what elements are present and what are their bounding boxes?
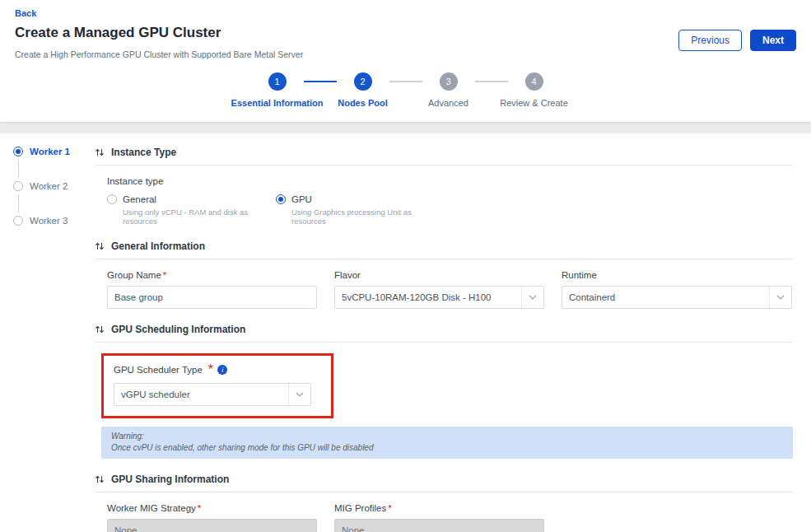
gpu-scheduler-selected-value: vGPU scheduler: [121, 390, 190, 399]
instance-type-field-label: Instance type: [107, 176, 793, 186]
section-gpu-sharing: GPU Sharing Information Worker MIG Strat…: [95, 474, 793, 532]
section-header: GPU Sharing Information: [95, 474, 793, 492]
worker-mig-strategy-input-disabled: None: [107, 519, 317, 532]
step-label: Review & Create: [500, 98, 568, 108]
required-marker: *: [208, 362, 213, 377]
warning-text: Once cvPU is enabled, other sharing mode…: [111, 443, 783, 452]
main-form: Instance Type Instance type General Usin…: [95, 147, 793, 532]
radio-selected-icon: [13, 147, 23, 156]
radio-unselected-icon: [107, 194, 117, 204]
step-number-badge: 4: [525, 72, 543, 91]
option-label: GPU: [291, 194, 312, 204]
section-header: Instance Type: [95, 147, 793, 166]
chevron-down-icon: [521, 287, 543, 308]
runtime-selected-value: Containerd: [569, 292, 615, 302]
section-title: General Information: [111, 240, 205, 252]
instance-type-options: General Using only vCPU - RAM and disk a…: [107, 194, 793, 226]
warning-title: Warning:: [111, 432, 783, 441]
required-marker: *: [198, 503, 201, 513]
group-name-label: Group Name*: [107, 270, 317, 280]
section-gpu-scheduling: GPU Scheduling Information GPU Scheduler…: [95, 324, 793, 459]
info-icon[interactable]: [217, 365, 227, 375]
flavor-label: Flavor: [334, 270, 544, 280]
page: Back Create a Managed GPU Cluster Create…: [0, 0, 811, 532]
required-marker: *: [388, 503, 391, 513]
next-button[interactable]: Next: [750, 30, 796, 51]
section-header: General Information: [95, 240, 793, 259]
option-gpu: GPU Using Graphics processing Unit as re…: [276, 194, 445, 226]
warning-banner: Warning: Once cvPU is enabled, other sha…: [101, 427, 793, 459]
gpu-scheduler-type-label: GPU Scheduler Type: [114, 365, 203, 375]
worker-mig-strategy-field: Worker MIG Strategy* None: [107, 503, 317, 532]
step-number-badge: 2: [354, 72, 372, 91]
header: Back Create a Managed GPU Cluster Create…: [0, 0, 811, 122]
group-name-field: Group Name*: [107, 270, 317, 309]
stepper: 1 Essential Information 2 Nodes Pool 3 A…: [238, 72, 574, 108]
back-link[interactable]: Back: [15, 8, 36, 18]
sidebar-item-worker-2[interactable]: Worker 2: [13, 181, 89, 191]
step-number-badge: 1: [268, 72, 287, 91]
worker-connector-line: [18, 160, 19, 178]
mig-profiles-field: MIG Profiles* None: [334, 503, 544, 532]
required-marker: *: [163, 270, 166, 280]
previous-button[interactable]: Previous: [678, 30, 742, 51]
group-name-input[interactable]: [107, 286, 317, 309]
flavor-selected-value: 5vCPU-10RAM-120GB Disk - H100: [342, 292, 492, 302]
chevron-down-icon: [769, 287, 791, 308]
gpu-scheduler-type-select[interactable]: vGPU scheduler: [114, 383, 311, 406]
radio-general[interactable]: General: [107, 194, 276, 204]
sidebar-item-worker-1[interactable]: Worker 1: [13, 147, 89, 156]
section-title: GPU Sharing Information: [111, 474, 229, 485]
flavor-field: Flavor 5vCPU-10RAM-120GB Disk - H100: [334, 270, 544, 309]
section-title: GPU Scheduling Information: [111, 324, 245, 335]
mig-profiles-label: MIG Profiles*: [334, 503, 544, 513]
step-number-badge: 3: [440, 72, 458, 91]
worker-connector-line: [18, 194, 19, 212]
page-subtitle: Create a High Performance GPU Cluster wi…: [15, 49, 303, 59]
sort-vertical-icon: [95, 147, 105, 157]
radio-gpu[interactable]: GPU: [276, 194, 445, 204]
option-caption: Using Graphics processing Unit as resour…: [291, 208, 445, 226]
flavor-select[interactable]: 5vCPU-10RAM-120GB Disk - H100: [334, 286, 544, 309]
section-header: GPU Scheduling Information: [95, 324, 793, 343]
stepper-step-nodes-pool[interactable]: 2 Nodes Pool: [324, 72, 403, 108]
radio-unselected-icon: [13, 181, 23, 191]
annotation-highlight-box: GPU Scheduler Type * vGPU scheduler: [101, 353, 333, 418]
section-general-information: General Information Group Name* Flavor 5…: [95, 240, 793, 309]
runtime-select[interactable]: Containerd: [562, 286, 792, 309]
section-instance-type: Instance Type Instance type General Usin…: [95, 147, 793, 226]
option-general: General Using only vCPU - RAM and disk a…: [107, 194, 276, 226]
page-title: Create a Managed GPU Cluster: [15, 25, 221, 41]
worker-label: Worker 1: [30, 147, 70, 156]
step-label: Advanced: [428, 98, 468, 108]
worker-label: Worker 3: [30, 216, 68, 226]
sort-vertical-icon: [95, 324, 105, 334]
runtime-field: Runtime Containerd: [562, 270, 792, 309]
chevron-down-icon: [288, 384, 310, 405]
header-buttons: Previous Next: [678, 30, 796, 51]
worker-mig-strategy-label: Worker MIG Strategy*: [107, 503, 317, 513]
sort-vertical-icon: [95, 241, 105, 251]
option-label: General: [123, 194, 156, 204]
radio-selected-icon: [276, 194, 286, 204]
radio-unselected-icon: [13, 216, 23, 226]
stepper-step-review-create[interactable]: 4 Review & Create: [495, 72, 574, 108]
sort-vertical-icon: [95, 474, 105, 484]
stepper-step-advanced[interactable]: 3 Advanced: [409, 72, 488, 108]
option-caption: Using only vCPU - RAM and disk as resour…: [123, 208, 276, 226]
gpu-scheduler-type-label-row: GPU Scheduler Type *: [114, 362, 321, 377]
worker-label: Worker 2: [30, 181, 68, 191]
worker-sidebar: Worker 1 Worker 2 Worker 3: [13, 147, 89, 226]
step-label: Nodes Pool: [338, 98, 388, 108]
runtime-label: Runtime: [562, 270, 792, 280]
sidebar-item-worker-3[interactable]: Worker 3: [13, 216, 89, 226]
mig-profiles-input-disabled: None: [334, 519, 544, 532]
step-label: Essential Information: [231, 98, 324, 108]
stepper-step-essential-information[interactable]: 1 Essential Information: [238, 72, 317, 108]
section-title: Instance Type: [111, 147, 176, 158]
